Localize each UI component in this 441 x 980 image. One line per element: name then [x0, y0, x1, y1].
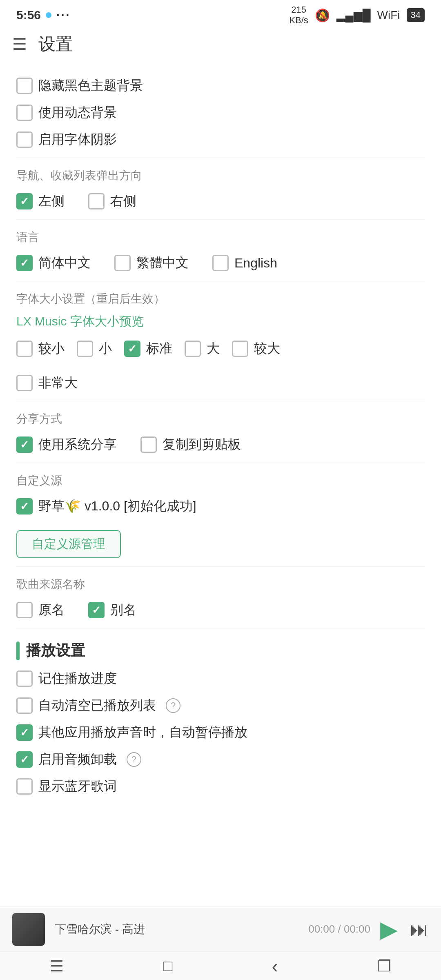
nav-right-item[interactable]: 右侧 [88, 192, 136, 210]
custom-source-checkbox[interactable] [16, 498, 33, 514]
share-system-item[interactable]: 使用系统分享 [16, 436, 117, 454]
audio-offload-help-icon[interactable]: ? [127, 752, 141, 767]
divider-4 [16, 401, 425, 401]
use-dynamic-bg-row: 使用动态背景 [16, 104, 425, 122]
fontsize-larger-item[interactable]: 较大 [232, 340, 280, 358]
nav-right-checkbox[interactable] [88, 193, 105, 209]
status-dot-icon [46, 12, 51, 18]
play-button[interactable]: ▶ [380, 916, 398, 942]
status-right: 215KB/s 🔕 ▂▄▆█ WiFi 34 [289, 4, 425, 26]
fontsize-xlarge-checkbox[interactable] [16, 375, 33, 391]
font-shadow-item[interactable]: 启用字体阴影 [16, 131, 117, 149]
status-wifi-icon: WiFi [377, 9, 400, 22]
use-dynamic-bg-checkbox[interactable] [16, 105, 33, 121]
auto-clear-item[interactable]: 自动清空已播放列表 ? [16, 697, 180, 715]
bluetooth-lyrics-row: 显示蓝牙歌词 [16, 777, 425, 795]
fontsize-small-item[interactable]: 小 [77, 340, 112, 358]
fontsize-smaller-item[interactable]: 较小 [16, 340, 65, 358]
font-shadow-checkbox[interactable] [16, 131, 33, 148]
fontsize-smaller-checkbox[interactable] [16, 341, 33, 357]
custom-source-name-label: 野草🌾 v1.0.0 [初始化成功] [38, 497, 196, 515]
share-clipboard-checkbox[interactable] [140, 437, 157, 453]
nav-bar: ☰ □ ‹ ❐ [0, 951, 441, 980]
song-original-item[interactable]: 原名 [16, 601, 65, 619]
bluetooth-lyrics-label: 显示蓝牙歌词 [38, 777, 117, 795]
playback-section-title: 播放设置 [26, 641, 85, 661]
remember-progress-row: 记住播放进度 [16, 670, 425, 688]
song-original-checkbox[interactable] [16, 602, 33, 618]
audio-offload-item[interactable]: 启用音频卸载 ? [16, 751, 141, 768]
lang-english-item[interactable]: English [212, 255, 277, 271]
bluetooth-lyrics-item[interactable]: 显示蓝牙歌词 [16, 777, 117, 795]
divider-6 [16, 566, 425, 567]
share-label: 分享方式 [16, 411, 425, 427]
player-thumbnail [12, 913, 45, 946]
nav-left-checkbox[interactable] [16, 193, 33, 209]
remember-progress-item[interactable]: 记住播放进度 [16, 670, 117, 688]
status-mute-icon: 🔕 [315, 8, 330, 22]
audio-offload-row: 启用音频卸载 ? [16, 751, 425, 768]
divider-3 [16, 281, 425, 281]
fontsize-large-item[interactable]: 大 [185, 340, 220, 358]
nav-recent-icon[interactable]: ❐ [377, 957, 391, 975]
lang-traditional-label: 繁體中文 [136, 254, 189, 272]
player-song-info: 下雪哈尔滨 - 高进 [55, 922, 298, 937]
fontsize-normal-checkbox[interactable] [124, 341, 140, 357]
status-left: 5:56 ··· [16, 8, 71, 22]
song-original-label: 原名 [38, 601, 65, 619]
divider-7 [16, 628, 425, 628]
auto-clear-help-icon[interactable]: ? [166, 698, 180, 713]
player-controls: ▶ ⏭ [380, 916, 429, 942]
audio-offload-checkbox[interactable] [16, 751, 33, 768]
bluetooth-lyrics-checkbox[interactable] [16, 778, 33, 795]
fontsize-xlarge-label: 非常大 [38, 374, 78, 392]
auto-clear-checkbox[interactable] [16, 697, 33, 714]
divider-2 [16, 219, 425, 220]
nav-left-item[interactable]: 左侧 [16, 192, 65, 210]
share-clipboard-item[interactable]: 复制到剪贴板 [140, 436, 241, 454]
player-thumb-image [12, 913, 45, 946]
hide-black-bg-checkbox[interactable] [16, 78, 33, 94]
lang-english-checkbox[interactable] [212, 255, 229, 271]
auto-pause-checkbox[interactable] [16, 724, 33, 741]
nav-home-icon[interactable]: □ [163, 957, 172, 975]
song-alias-checkbox[interactable] [88, 602, 105, 618]
fontsize-small-checkbox[interactable] [77, 341, 93, 357]
fontsize-large-checkbox[interactable] [185, 341, 201, 357]
divider-5 [16, 463, 425, 463]
nav-menu-icon[interactable]: ☰ [50, 957, 64, 975]
song-alias-item[interactable]: 别名 [88, 601, 136, 619]
playback-section-header: 播放设置 [16, 641, 425, 661]
auto-pause-row: 其他应用播放声音时，自动暂停播放 [16, 724, 425, 742]
lang-simplified-checkbox[interactable] [16, 255, 33, 271]
status-speed: 215KB/s [289, 4, 308, 26]
remember-progress-checkbox[interactable] [16, 670, 33, 687]
lang-english-label: English [234, 256, 277, 271]
nav-back-icon[interactable]: ‹ [272, 955, 278, 977]
use-dynamic-bg-item[interactable]: 使用动态背景 [16, 104, 117, 122]
hamburger-icon[interactable]: ☰ [12, 35, 27, 53]
custom-source-manage-button[interactable]: 自定义源管理 [16, 530, 121, 558]
song-source-row: 原名 别名 [16, 601, 425, 619]
font-size-row: 较小 小 标准 大 较大 [16, 340, 425, 365]
fontsize-larger-checkbox[interactable] [232, 341, 248, 357]
hide-black-bg-row: 隐藏黑色主题背景 [16, 77, 425, 95]
lang-simplified-label: 简体中文 [38, 254, 91, 272]
language-label: 语言 [16, 229, 425, 245]
share-system-checkbox[interactable] [16, 437, 33, 453]
skip-button[interactable]: ⏭ [410, 918, 429, 940]
lang-traditional-item[interactable]: 繁體中文 [114, 254, 189, 272]
auto-pause-item[interactable]: 其他应用播放声音时，自动暂停播放 [16, 724, 247, 742]
status-bar: 5:56 ··· 215KB/s 🔕 ▂▄▆█ WiFi 34 [0, 0, 441, 29]
language-row: 简体中文 繁體中文 English [16, 254, 425, 272]
fontsize-small-label: 小 [99, 340, 112, 358]
nav-direction-label: 导航、收藏列表弹出方向 [16, 168, 425, 183]
fontsize-xlarge-item[interactable]: 非常大 [16, 374, 78, 392]
lang-simplified-item[interactable]: 简体中文 [16, 254, 91, 272]
lang-traditional-checkbox[interactable] [114, 255, 131, 271]
fontsize-normal-item[interactable]: 标准 [124, 340, 172, 358]
hide-black-bg-item[interactable]: 隐藏黑色主题背景 [16, 77, 143, 95]
custom-source-item[interactable]: 野草🌾 v1.0.0 [初始化成功] [16, 497, 196, 515]
settings-content: 隐藏黑色主题背景 使用动态背景 启用字体阴影 导航、收藏列表弹出方向 左侧 右侧… [0, 64, 441, 878]
player-time: 00:00 / 00:00 [308, 923, 370, 935]
